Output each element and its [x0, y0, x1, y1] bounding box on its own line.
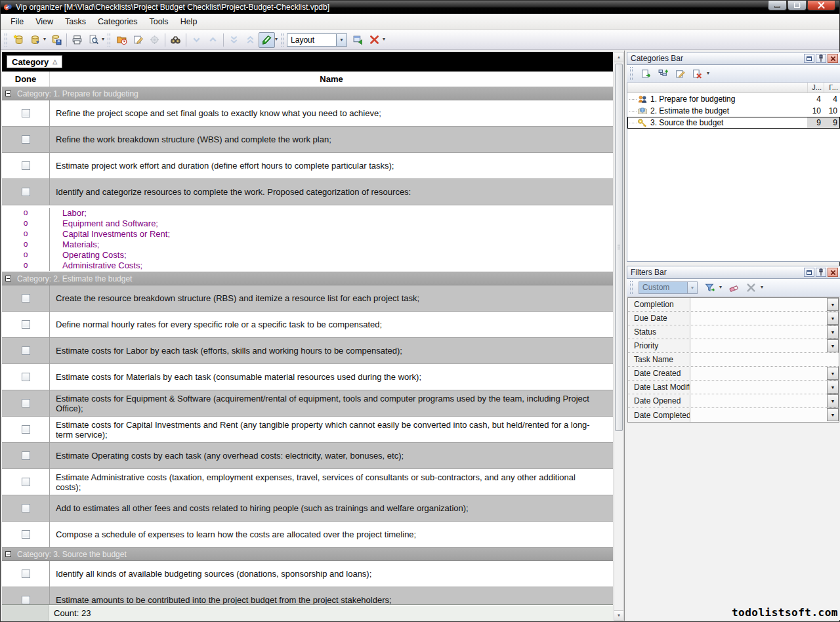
task-checkbox[interactable]: [22, 504, 30, 512]
print-preview-button[interactable]: [85, 32, 102, 48]
task-notes-row[interactable]: oLabor;oEquipment and Software;oCapital …: [2, 205, 613, 272]
layout-combo-dropdown-icon[interactable]: ▼: [336, 34, 346, 46]
task-row[interactable]: Refine the work breakdown structure (WBS…: [2, 127, 613, 153]
task-row[interactable]: Estimate costs for Capital Investments a…: [2, 417, 613, 443]
menu-view[interactable]: View: [30, 15, 59, 28]
scroll-up-button[interactable]: ▲: [614, 52, 623, 62]
category-group-header[interactable]: Category: 3. Source the budget: [2, 548, 613, 561]
task-checkbox[interactable]: [22, 320, 30, 329]
task-checkbox[interactable]: [22, 373, 30, 381]
edit-category-button[interactable]: [673, 66, 687, 81]
column-header-name[interactable]: Name: [50, 74, 613, 84]
scroll-down-button[interactable]: ▼: [614, 610, 623, 620]
category-item[interactable]: 3. Source the budget99: [627, 117, 840, 129]
collapse-icon[interactable]: [5, 91, 11, 96]
layout-view-dropdown-icon[interactable]: ▾: [275, 31, 280, 42]
categories-toolbar-options-icon[interactable]: ▾: [707, 65, 711, 76]
print-dropdown-icon[interactable]: ▾: [102, 31, 106, 42]
find-button[interactable]: [167, 32, 184, 48]
category-group-header[interactable]: Category: 1. Prepare for budgeting: [2, 87, 613, 100]
panel-close-button[interactable]: [828, 268, 838, 277]
task-row[interactable]: Add to estimates all other fees and cost…: [2, 495, 613, 522]
task-checkbox[interactable]: [22, 530, 30, 539]
apply-filter-button[interactable]: [702, 280, 717, 295]
filter-value[interactable]: [690, 298, 839, 311]
category-group-header[interactable]: Category: 2. Estimate the budget: [2, 272, 613, 285]
task-row[interactable]: Define normal hourly rates for every spe…: [2, 312, 613, 338]
delete-filter-button[interactable]: [744, 280, 758, 295]
task-checkbox[interactable]: [22, 346, 30, 355]
toolbar-options-icon[interactable]: ▾: [383, 31, 387, 42]
menu-tasks[interactable]: Tasks: [59, 15, 92, 28]
task-checkbox[interactable]: [22, 478, 30, 486]
panel-restore-button[interactable]: [804, 268, 814, 277]
collapse-icon[interactable]: [5, 276, 11, 281]
category-item[interactable]: 2. Estimate the budget1010: [627, 105, 840, 117]
toolbar-grip[interactable]: [5, 33, 7, 47]
new-task-button[interactable]: [114, 32, 130, 48]
task-checkbox[interactable]: [22, 451, 30, 460]
move-to-top-button[interactable]: [242, 32, 259, 48]
new-database-button[interactable]: [10, 32, 27, 48]
task-tools-button[interactable]: [146, 32, 163, 48]
task-row[interactable]: Estimate Operating costs by each task (a…: [2, 443, 613, 469]
filter-dropdown-button[interactable]: ▼: [827, 312, 839, 325]
task-row[interactable]: Estimate project work effort and duratio…: [2, 153, 613, 179]
group-by-category-button[interactable]: Category △: [7, 55, 62, 68]
category-item[interactable]: 1. Prepare for budgeting44: [627, 93, 840, 105]
move-up-button[interactable]: [205, 32, 221, 48]
filter-preset-combo[interactable]: Custom ▼: [639, 281, 698, 294]
apply-filter-dropdown-icon[interactable]: ▾: [719, 279, 724, 290]
move-to-bottom-button[interactable]: [226, 32, 242, 48]
menu-file[interactable]: File: [5, 15, 30, 28]
new-category-button[interactable]: [639, 66, 653, 81]
filter-value[interactable]: [690, 394, 839, 407]
task-row[interactable]: Compose a schedule of expenses to learn …: [2, 522, 613, 548]
save-database-button[interactable]: [48, 32, 64, 48]
open-database-button[interactable]: [27, 32, 43, 48]
toolbar-grip[interactable]: [108, 33, 110, 47]
clear-filter-button[interactable]: [726, 280, 741, 295]
save-layout-button[interactable]: [350, 32, 366, 48]
panel-restore-button[interactable]: [804, 54, 814, 63]
filter-dropdown-button[interactable]: ▼: [827, 381, 839, 394]
delete-layout-button[interactable]: [366, 32, 383, 48]
vertical-scrollbar[interactable]: ▲ ▼: [614, 52, 624, 621]
filter-value[interactable]: [690, 353, 839, 366]
menu-categories[interactable]: Categories: [92, 15, 143, 28]
filter-preset-dropdown-icon[interactable]: ▼: [687, 282, 697, 293]
task-checkbox[interactable]: [22, 161, 30, 170]
task-row[interactable]: Estimate Administrative costs (taxation,…: [2, 469, 613, 495]
filter-dropdown-button[interactable]: ▼: [827, 408, 839, 421]
panel-pin-button[interactable]: [816, 54, 826, 63]
task-checkbox[interactable]: [22, 596, 30, 604]
layout-combo[interactable]: Layout ▼: [287, 33, 347, 47]
filter-dropdown-button[interactable]: ▼: [827, 298, 839, 311]
task-row[interactable]: Estimate costs for Labor by each task (e…: [2, 338, 613, 364]
filters-toolbar-options-icon[interactable]: ▾: [761, 279, 765, 290]
filter-value[interactable]: [690, 367, 839, 380]
toolbar-grip[interactable]: [630, 281, 633, 294]
filter-value[interactable]: [690, 408, 839, 422]
toolbar-grip[interactable]: [281, 33, 284, 47]
menu-help[interactable]: Help: [175, 15, 203, 28]
panel-close-button[interactable]: [828, 54, 838, 63]
task-checkbox[interactable]: [22, 399, 30, 407]
task-row[interactable]: Estimate costs for Equipment & Software …: [2, 390, 613, 417]
close-button[interactable]: [807, 1, 835, 10]
panel-pin-button[interactable]: [816, 268, 826, 277]
layout-view-button[interactable]: [259, 32, 275, 48]
tree-column-1[interactable]: J...: [807, 83, 824, 93]
task-checkbox[interactable]: [22, 188, 30, 196]
collapse-icon[interactable]: [5, 551, 11, 557]
filter-value[interactable]: [690, 325, 839, 339]
new-subcategory-button[interactable]: [656, 66, 670, 81]
task-row[interactable]: Identify all kinds of available budgetin…: [2, 561, 613, 587]
task-checkbox[interactable]: [22, 135, 30, 144]
task-checkbox[interactable]: [22, 294, 30, 302]
scrollbar-thumb[interactable]: [615, 64, 623, 431]
toolbar-grip[interactable]: [630, 67, 633, 80]
open-database-dropdown-icon[interactable]: ▾: [43, 31, 48, 42]
delete-category-button[interactable]: [690, 66, 704, 81]
filter-value[interactable]: [690, 312, 839, 325]
